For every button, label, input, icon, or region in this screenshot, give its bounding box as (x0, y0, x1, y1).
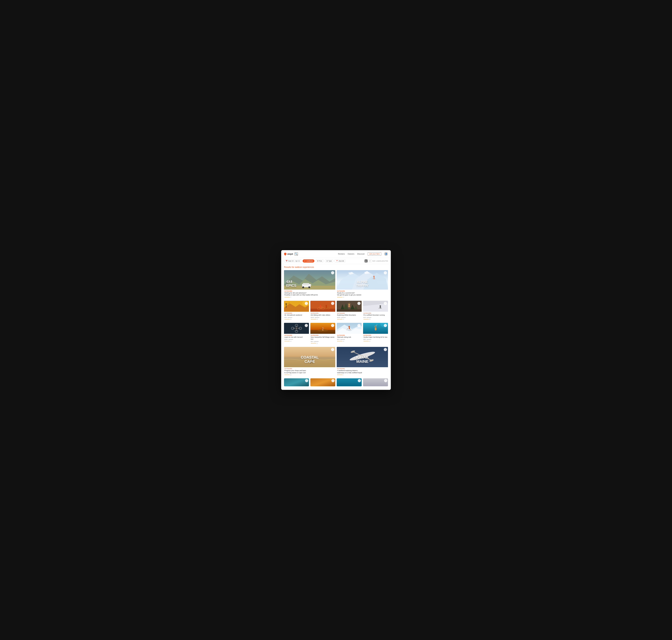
category-pro: OUTDOORS (363, 312, 388, 314)
favorite-button-alpine[interactable]: ♡ (384, 271, 387, 274)
logo[interactable]: skipli (284, 253, 293, 255)
filter-date[interactable]: 📅 Sept 15 – Apr 21 (284, 259, 301, 263)
category-dirt: OUTDOORS (311, 312, 335, 314)
rating-foliage: ★★★★★ 11 (311, 343, 335, 344)
rating-exploring: ★★★★★ 11 (337, 319, 361, 320)
svg-rect-42 (337, 309, 362, 312)
svg-point-49 (380, 305, 381, 307)
filter-category-label: Outdoors (306, 260, 313, 262)
svg-rect-73 (349, 328, 349, 329)
rating-dirt: ★★★★★ 44 (311, 319, 335, 320)
card-title-4x4: Wishing for dirt and adventure? Roadtrip… (284, 292, 335, 296)
filter-date-label: Sept 15 – Apr 21 (288, 260, 300, 262)
price-exploring: $182 / person (337, 317, 361, 318)
filters-bar: 📅 Sept 15 – Apr 21 🏷 Outdoors $ Price ⊕ … (281, 258, 391, 264)
info-scuba: OUTDOORS Scuba Cape Cod diving kit for t… (363, 334, 388, 343)
card-image-more3: ♡ (337, 378, 362, 386)
grid-card-pro[interactable]: ♡ ⎙ OUTDOORS Pro outfitted Mountain runn… (363, 301, 388, 321)
favorite-btn-more4[interactable]: ♡ (384, 379, 387, 382)
grid-card-monadnock[interactable]: ♡ ⎙ OUTDOORS Mt. Monadnock weekend $25 /… (284, 301, 309, 321)
filter-price[interactable]: $ Price (315, 259, 324, 263)
featured-card-alpine[interactable]: ALPINETRIPPIN' ♡ OUTDOORS Ready for a su… (337, 270, 388, 299)
category-rowing: OUTDOORS (284, 335, 309, 336)
rating-telemark: ★★★★★ 19 (337, 340, 361, 342)
user-avatar[interactable]: 👤 (384, 252, 388, 256)
featured-image-4x4: 4X4EPICS ♡ (284, 270, 335, 290)
favorite-btn-more2[interactable]: ♡ (331, 379, 334, 382)
price-monadnock: $25 / person (284, 317, 309, 318)
price-telemark: $25 / person (337, 338, 361, 340)
favorite-btn-scuba[interactable]: ♡ (384, 324, 387, 327)
rating-count-alpine: 14 (343, 296, 344, 298)
favorite-button-4x4[interactable]: ♡ (331, 271, 334, 274)
bottom-featured-row: COASTALCAPE ♡ OUTDOORS Progress your cho… (284, 347, 388, 377)
rating-rowing: ★★★★★ 14 (284, 340, 309, 342)
card-image-rowing: ♡ ⎙ (284, 323, 309, 334)
results-query: outdoor experiences (295, 266, 314, 268)
title-kayak: A weekend exploring Maine's waterways on… (337, 370, 388, 374)
grid-card-more1[interactable]: ♡ (284, 378, 309, 386)
price-scuba: $95 / person (363, 338, 388, 340)
favorite-btn-more3[interactable]: ♡ (358, 379, 361, 382)
nav-renters[interactable]: Renters (338, 253, 345, 255)
featured-card-coastal[interactable]: COASTALCAPE ♡ OUTDOORS Progress your cho… (284, 347, 335, 377)
filter-category[interactable]: 🏷 Outdoors (303, 259, 314, 263)
grid-card-rowing[interactable]: ♡ ⎙ OUTDOORS Learn to row with Harvard $… (284, 323, 309, 345)
card-title-alpine: Ready for a summit trek? We got the gear… (337, 292, 388, 296)
filter-type-label: Type (328, 260, 332, 262)
svg-point-7 (308, 287, 310, 288)
svg-rect-26 (310, 309, 335, 312)
favorite-btn-dirt[interactable]: ♡ (331, 302, 334, 305)
search-button[interactable]: 🔍 (295, 252, 298, 256)
grid-card-dirt[interactable]: ♡ ⎙ OUTDOORS Dirt biking with Cake ebike… (310, 301, 335, 321)
svg-rect-8 (311, 284, 311, 286)
favorite-btn-rowing[interactable]: ♡ (305, 324, 308, 327)
favorite-btn-exploring[interactable]: ♡ (357, 302, 361, 305)
favorite-btn-foliage[interactable]: ♡ (331, 324, 334, 327)
header-nav: Renters Owners Discover List your item 👤 (338, 252, 388, 256)
svg-rect-15 (374, 277, 374, 279)
grid-card-foliage[interactable]: ♡ ⎙ OUTDOORS New Hampshire fall foliage … (310, 323, 335, 345)
grid-card-scuba[interactable]: ♡ ⎙ OUTDOORS Scuba Cape Cod diving kit f… (363, 323, 388, 345)
favorite-btn-monadnock[interactable]: ♡ (305, 302, 308, 305)
filter-zipcode[interactable]: 📍 Zipcode (334, 259, 346, 263)
favorite-btn-kayak[interactable]: ♡ (384, 348, 387, 351)
grid-card-more2[interactable]: ♡ (310, 378, 335, 386)
svg-rect-5 (303, 283, 309, 285)
nav-owners[interactable]: Owners (348, 253, 354, 255)
svg-point-22 (286, 303, 287, 304)
card-image-monadnock: ♡ ⎙ (284, 301, 309, 312)
info-dirt: OUTDOORS Dirt biking with Cake ebikes $1… (310, 312, 335, 321)
filter-type[interactable]: ⊕ Type (325, 259, 333, 263)
title-foliage: New Hampshire fall foliage canoe tour (311, 336, 335, 340)
favorite-btn-coastal[interactable]: ♡ (331, 348, 334, 351)
svg-point-6 (302, 287, 304, 288)
header: skipli 🔍 Renters Owners Discover List yo… (281, 250, 391, 258)
results-heading: Results for outdoor experiences (284, 266, 388, 268)
sort-list-button[interactable]: ≡ (368, 259, 372, 263)
list-item-button[interactable]: List your item (368, 252, 381, 256)
svg-rect-46 (348, 305, 350, 307)
featured-card-kayak[interactable]: KAYAKMAINE ♡ OUTDOORS A weekend explorin… (337, 347, 388, 377)
dollar-icon: $ (317, 260, 318, 262)
avatar-icon: 👤 (385, 253, 387, 255)
nav-discover[interactable]: Discover (357, 253, 365, 255)
grid-card-telemark[interactable]: ♡ ⎙ OUTDOORS Telemark skiing trek $25 / … (337, 323, 362, 345)
info-pro: OUTDOORS Pro outfitted Mountain running … (363, 312, 388, 321)
title-rowing: Learn to row with Harvard (284, 336, 309, 338)
svg-rect-21 (286, 304, 286, 308)
grid-card-more3[interactable]: ♡ (337, 378, 362, 386)
favorite-btn-more1[interactable]: ♡ (305, 379, 308, 382)
featured-card-4x4[interactable]: 4X4EPICS ♡ OUTDOORS Wishing for dirt and… (284, 270, 335, 299)
rating-kayak: ★★★★★ 8 (337, 374, 388, 376)
featured-title-coastal: COASTALCAPE (284, 355, 335, 364)
filter-price-label: Price (318, 260, 322, 262)
grid-card-more4[interactable]: ♡ (363, 378, 388, 386)
price-rowing: $328 / person (284, 338, 309, 340)
sort-grid-button[interactable]: ▦ (364, 259, 368, 263)
grid-card-exploring[interactable]: ♡ ⎙ OUTDOORS Exploring White Mountains $… (337, 301, 362, 321)
favorite-btn-pro[interactable]: ♡ (384, 302, 387, 305)
favorite-btn-telemark[interactable]: ♡ (357, 324, 361, 327)
rating-count-4x4: 17 (290, 296, 291, 298)
title-monadnock: Mt. Monadnock weekend (284, 314, 309, 316)
